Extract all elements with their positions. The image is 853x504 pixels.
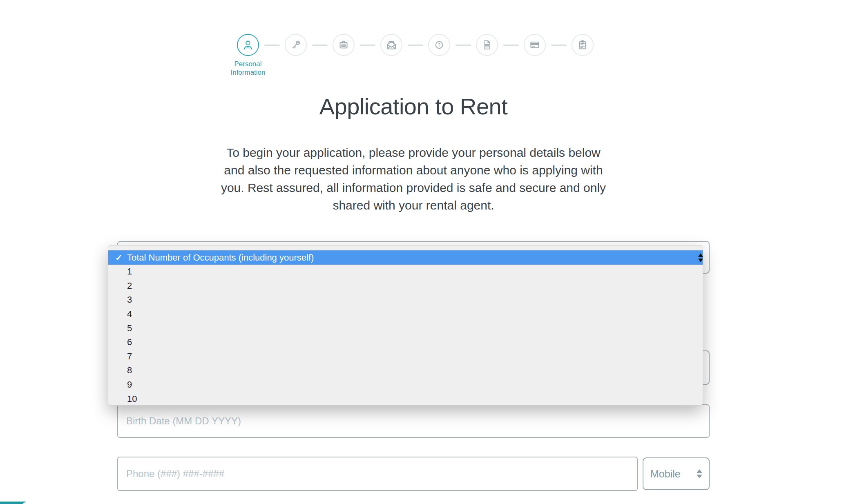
dropdown-selected-label: Total Number of Occupants (including you…: [127, 252, 314, 263]
phone-type-select[interactable]: Mobile: [643, 457, 710, 490]
dropdown-option-5[interactable]: 5: [108, 321, 703, 335]
intro-line: and also the requested information about…: [117, 161, 710, 179]
bottom-left-teal-bar: [0, 502, 26, 504]
step-connector: [450, 45, 476, 46]
step-3[interactable]: [333, 34, 355, 56]
dropdown-option-1[interactable]: 1: [108, 265, 703, 279]
key-icon: [289, 38, 302, 51]
progress-stepper: ?: [237, 34, 594, 56]
page-title: Application to Rent: [117, 93, 710, 120]
dropdown-option-6[interactable]: 6: [108, 335, 703, 350]
svg-text:?: ?: [438, 42, 440, 47]
birth-date-input[interactable]: [117, 404, 710, 438]
mail-icon: [385, 38, 398, 51]
application-to-rent-page: ? Personal I: [0, 0, 853, 504]
step-6[interactable]: [476, 34, 498, 56]
intro-line: you. Rest assured, all information provi…: [117, 179, 710, 196]
briefcase-icon: [337, 38, 350, 51]
step-connector: [402, 45, 428, 46]
step-connector: [259, 45, 285, 46]
intro-line: shared with your rental agent.: [117, 196, 710, 214]
checkmark-icon: ✓: [114, 253, 124, 263]
step-8[interactable]: [572, 34, 594, 56]
dropdown-option-10[interactable]: 10: [108, 392, 703, 406]
person-icon: [241, 38, 255, 51]
checklist-icon: [576, 38, 589, 51]
step-2[interactable]: [285, 34, 307, 56]
dropdown-option-9[interactable]: 9: [108, 378, 703, 392]
step-7[interactable]: [524, 34, 546, 56]
step-4[interactable]: [380, 34, 402, 56]
intro-paragraph: To begin your application, please provid…: [117, 144, 710, 214]
document-icon: [480, 38, 493, 51]
dropdown-option-4[interactable]: 4: [108, 307, 703, 321]
dropdown-option-3[interactable]: 3: [108, 293, 703, 307]
step-5[interactable]: ?: [428, 34, 450, 56]
dropdown-option-selected[interactable]: ✓ Total Number of Occupants (including y…: [108, 250, 703, 265]
phone-type-value: Mobile: [650, 468, 681, 480]
dropdown-option-2[interactable]: 2: [108, 279, 703, 293]
step-connector: [307, 45, 333, 46]
occupants-dropdown-menu: ✓ Total Number of Occupants (including y…: [108, 245, 703, 406]
step-connector: [498, 45, 524, 46]
step-connector: [546, 45, 572, 46]
select-stepper-arrows-icon: [698, 253, 703, 262]
active-step-label: Personal Information: [221, 60, 275, 77]
dropdown-option-8[interactable]: 8: [108, 364, 703, 378]
chevron-up-down-icon: [697, 469, 702, 478]
phone-input[interactable]: [117, 457, 638, 491]
question-icon: ?: [433, 38, 446, 51]
credit-card-icon: [528, 38, 541, 51]
dropdown-option-7[interactable]: 7: [108, 350, 703, 364]
step-personal-information[interactable]: [237, 34, 259, 56]
step-connector: [355, 45, 380, 46]
intro-line: To begin your application, please provid…: [117, 144, 710, 161]
